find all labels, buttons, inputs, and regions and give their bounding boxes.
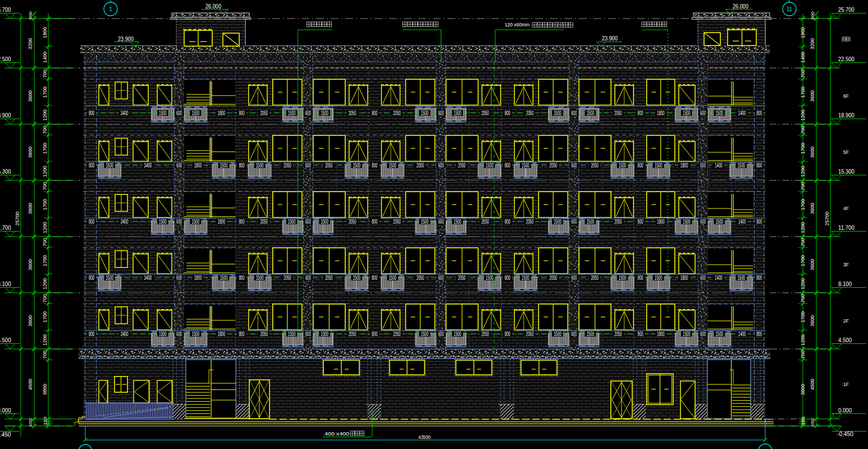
svg-text:600: 600 xyxy=(700,331,706,337)
svg-text:600: 600 xyxy=(176,162,182,169)
svg-text:1700: 1700 xyxy=(800,311,806,323)
svg-text:3200: 3200 xyxy=(28,38,33,49)
svg-text:2050: 2050 xyxy=(417,162,424,169)
svg-text:1700: 1700 xyxy=(42,255,48,266)
svg-text:1500: 1500 xyxy=(288,219,296,225)
svg-text:800: 800 xyxy=(239,219,244,225)
svg-text:1500: 1500 xyxy=(321,331,328,337)
svg-text:26.000: 26.000 xyxy=(733,3,748,10)
svg-text:1500: 1500 xyxy=(683,331,691,337)
svg-text:600: 600 xyxy=(571,219,577,225)
svg-text:150: 150 xyxy=(801,416,805,425)
svg-text:600: 600 xyxy=(305,162,311,169)
svg-text:800: 800 xyxy=(756,162,762,169)
svg-text:2F: 2F xyxy=(843,318,849,324)
svg-text:600: 600 xyxy=(438,219,444,225)
svg-text:1800: 1800 xyxy=(680,275,688,281)
svg-text:1500: 1500 xyxy=(683,219,691,225)
svg-text:600: 600 xyxy=(700,275,706,281)
svg-text:3600: 3600 xyxy=(810,315,815,326)
svg-text:700: 700 xyxy=(42,238,48,247)
svg-text:600: 600 xyxy=(305,110,311,116)
svg-text:800: 800 xyxy=(89,219,94,225)
svg-text:3600: 3600 xyxy=(810,259,815,270)
svg-text:6F: 6F xyxy=(843,93,849,99)
svg-text:4.500: 4.500 xyxy=(0,337,11,343)
svg-text:700: 700 xyxy=(800,238,806,247)
svg-text:2050: 2050 xyxy=(325,275,333,281)
svg-text:1500: 1500 xyxy=(192,110,200,116)
svg-text:800: 800 xyxy=(239,162,244,169)
svg-text:1500: 1500 xyxy=(353,162,360,169)
svg-text:1500: 1500 xyxy=(192,219,200,225)
svg-text:150: 150 xyxy=(43,416,47,425)
svg-text:1200: 1200 xyxy=(800,222,806,233)
svg-text:1800: 1800 xyxy=(218,331,226,337)
svg-text:1800: 1800 xyxy=(657,331,665,337)
svg-text:2050: 2050 xyxy=(325,162,333,169)
svg-text:2050: 2050 xyxy=(614,110,622,116)
svg-text:1500: 1500 xyxy=(389,275,396,281)
svg-text:1400: 1400 xyxy=(738,219,746,225)
svg-text:1400: 1400 xyxy=(42,52,48,63)
svg-text:800: 800 xyxy=(505,331,510,337)
svg-text:450: 450 xyxy=(29,418,33,427)
svg-text:2050: 2050 xyxy=(591,275,599,281)
svg-text:600: 600 xyxy=(438,110,444,116)
svg-text:700: 700 xyxy=(800,182,806,191)
svg-text:2050: 2050 xyxy=(393,219,401,225)
svg-text:1: 1 xyxy=(109,6,112,12)
svg-text:600: 600 xyxy=(571,110,577,116)
svg-text:1500: 1500 xyxy=(421,331,429,337)
svg-text:1500: 1500 xyxy=(220,275,228,281)
svg-text:2050: 2050 xyxy=(260,110,268,116)
svg-text:600: 600 xyxy=(305,219,311,225)
svg-text:2050: 2050 xyxy=(393,110,401,116)
svg-text:1500: 1500 xyxy=(106,275,113,281)
svg-text:2050: 2050 xyxy=(526,110,534,116)
svg-text:1500: 1500 xyxy=(288,110,296,116)
svg-text:1400: 1400 xyxy=(738,110,746,116)
svg-text:1500: 1500 xyxy=(554,331,561,337)
svg-text:1500: 1500 xyxy=(683,110,691,116)
svg-text:11: 11 xyxy=(787,6,793,12)
svg-text:2050: 2050 xyxy=(284,162,291,169)
svg-text:1500: 1500 xyxy=(106,162,113,169)
svg-text:3600: 3600 xyxy=(28,147,33,158)
svg-text:800: 800 xyxy=(505,275,510,281)
svg-text:1500: 1500 xyxy=(353,275,360,281)
svg-text:1700: 1700 xyxy=(42,87,48,98)
svg-text:1800: 1800 xyxy=(218,219,226,225)
svg-text:600: 600 xyxy=(571,162,577,169)
svg-text:1500: 1500 xyxy=(587,219,595,225)
svg-text:800: 800 xyxy=(89,331,94,337)
svg-text:3F: 3F xyxy=(843,262,849,267)
svg-text:3600: 3600 xyxy=(810,147,815,158)
svg-text:800: 800 xyxy=(372,331,377,337)
svg-text:600: 600 xyxy=(438,331,444,337)
svg-text:0.000: 0.000 xyxy=(838,407,852,414)
svg-text:4500: 4500 xyxy=(28,379,33,390)
svg-text:1500: 1500 xyxy=(454,110,462,116)
svg-text:800: 800 xyxy=(372,162,377,169)
svg-text:1700: 1700 xyxy=(42,311,48,323)
svg-text:1500: 1500 xyxy=(522,162,529,169)
svg-text:600: 600 xyxy=(305,275,311,281)
svg-text:800: 800 xyxy=(638,162,643,169)
svg-text:22.500: 22.500 xyxy=(0,56,11,62)
svg-text:1700: 1700 xyxy=(42,143,48,154)
svg-text:22.500: 22.500 xyxy=(838,56,855,62)
svg-text:600: 600 xyxy=(305,331,311,337)
svg-text:800: 800 xyxy=(638,275,643,281)
svg-text:800: 800 xyxy=(756,110,762,116)
svg-text:1800: 1800 xyxy=(680,162,688,169)
svg-text:2050: 2050 xyxy=(284,275,291,281)
svg-text:1500: 1500 xyxy=(522,275,529,281)
svg-text:1800: 1800 xyxy=(194,275,202,281)
svg-text:1700: 1700 xyxy=(800,199,806,210)
svg-text:1200: 1200 xyxy=(800,166,806,177)
svg-text:1500: 1500 xyxy=(486,275,494,281)
svg-text:1500: 1500 xyxy=(256,162,264,169)
svg-text:2050: 2050 xyxy=(481,219,489,225)
svg-text:3400: 3400 xyxy=(144,162,152,169)
